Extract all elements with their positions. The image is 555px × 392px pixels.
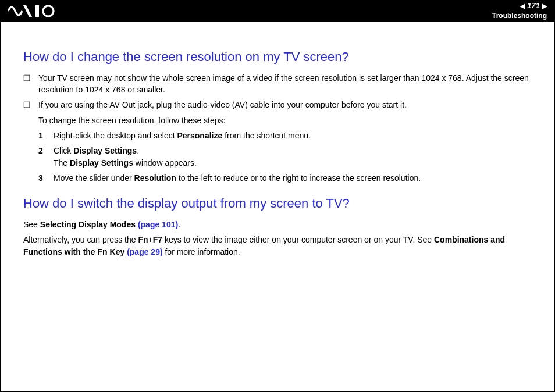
vaio-logo [8,5,64,17]
text: . [178,220,180,229]
page-content: How do I change the screen resolution on… [0,22,555,258]
bullet-text: If you are using the AV Out jack, plug t… [38,100,407,109]
numbered-steps: 1 Right-click the desktop and select Per… [23,130,532,184]
step-number: 1 [38,130,43,141]
text: Right-click the desktop and select [54,131,177,140]
page-link-29[interactable]: (page 29) [127,247,162,256]
nav-next-icon[interactable]: ▶ [542,2,547,11]
bold-key: F7 [153,235,162,244]
text: Click [54,146,73,155]
paragraph: See Selecting Display Modes (page 101). [23,219,532,230]
section-label: Troubleshooting [492,11,547,21]
step-number: 3 [38,172,43,184]
bullet-item: Your TV screen may not show the whole sc… [23,72,532,96]
nav-prev-icon[interactable]: ◀ [520,2,525,11]
page-link-101[interactable]: (page 101) [138,220,178,229]
text: Alternatively, you can press the [23,235,138,244]
step-item: 2 Click Display Settings. The Display Se… [38,145,532,169]
bold-term: Display Settings [70,158,133,168]
header-bar: ◀ 171 ▶ Troubleshooting [0,0,555,22]
text: for more information. [163,247,240,256]
bold-term: Display Settings [73,146,137,155]
bold-term: Resolution [134,173,176,183]
step-item: 1 Right-click the desktop and select Per… [38,130,532,141]
sub-instruction: To change the screen resolution, follow … [38,115,532,126]
bold-term: Selecting Display Modes [40,220,138,229]
heading-switch-display: How do I switch the display output from … [23,194,532,213]
bold-key: Fn [138,235,148,244]
bullet-item: If you are using the AV Out jack, plug t… [23,99,532,126]
bold-term: Personalize [177,131,222,140]
page-navigation: ◀ 171 ▶ [520,1,547,12]
text: + [148,235,153,244]
text: keys to view the image either on your co… [162,235,434,244]
text: from the shortcut menu. [222,131,311,140]
page-number: 171 [527,1,540,12]
header-right: ◀ 171 ▶ Troubleshooting [492,1,547,21]
svg-point-1 [43,6,54,16]
paragraph: Alternatively, you can press the Fn+F7 k… [23,234,532,258]
step-number: 2 [38,145,43,156]
text: The [54,158,70,168]
text: to the left to reduce or to the right to… [176,173,421,183]
step-item: 3 Move the slider under Resolution to th… [38,172,532,184]
svg-rect-0 [35,5,39,17]
text: Move the slider under [54,173,134,183]
text: See [23,220,40,229]
heading-resolution: How do I change the screen resolution on… [23,48,532,66]
bullet-list-1: Your TV screen may not show the whole sc… [23,72,532,126]
text: . [137,146,139,155]
text: window appears. [133,158,197,168]
